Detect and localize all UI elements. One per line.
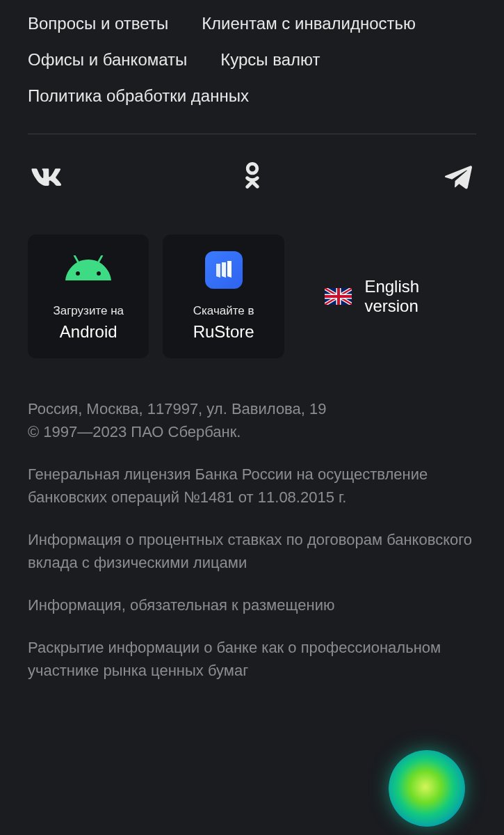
vk-icon[interactable] [31, 162, 61, 193]
language-label: English version [364, 277, 476, 316]
rustore-app-card[interactable]: Скачайте в RuStore [163, 234, 284, 358]
footer-nav: Вопросы и ответы Клиентам с инвалидность… [28, 14, 476, 106]
rustore-line2: RuStore [193, 321, 254, 343]
nav-link-faq[interactable]: Вопросы и ответы [28, 14, 168, 33]
ok-icon[interactable] [237, 162, 268, 193]
legal-link-mandatory[interactable]: Информация, обязательная к размещению [28, 594, 476, 617]
android-icon [64, 248, 113, 292]
rustore-line1: Скачайте в [193, 303, 254, 319]
legal-block: Россия, Москва, 117997, ул. Вавилова, 19… [28, 397, 476, 682]
nav-link-currency[interactable]: Курсы валют [220, 50, 320, 70]
uk-flag-icon [325, 288, 352, 305]
rustore-icon [205, 248, 243, 292]
legal-license: Генеральная лицензия Банка России на осу… [28, 463, 476, 509]
legal-address: Россия, Москва, 117997, ул. Вавилова, 19 [28, 400, 327, 418]
telegram-icon[interactable] [443, 162, 473, 193]
nav-link-accessibility[interactable]: Клиентам с инвалидностью [202, 14, 416, 33]
social-links [28, 162, 476, 193]
android-line1: Загрузите на [53, 303, 124, 319]
nav-link-privacy[interactable]: Политика обработки данных [28, 86, 249, 106]
legal-copyright: © 1997—2023 ПАО Сбербанк. [28, 423, 241, 440]
android-app-card[interactable]: Загрузите на Android [28, 234, 149, 358]
divider [28, 134, 476, 134]
android-line2: Android [53, 321, 124, 343]
assistant-button[interactable] [389, 750, 465, 827]
nav-link-offices[interactable]: Офисы и банкоматы [28, 50, 187, 70]
language-switch[interactable]: English version [325, 277, 476, 316]
download-apps-row: Загрузите на Android Скачайте в RuStore … [28, 234, 476, 358]
legal-link-disclosure[interactable]: Раскрытие информации о банке как о профе… [28, 636, 476, 682]
legal-link-rates[interactable]: Информация о процентных ставках по догов… [28, 528, 476, 574]
